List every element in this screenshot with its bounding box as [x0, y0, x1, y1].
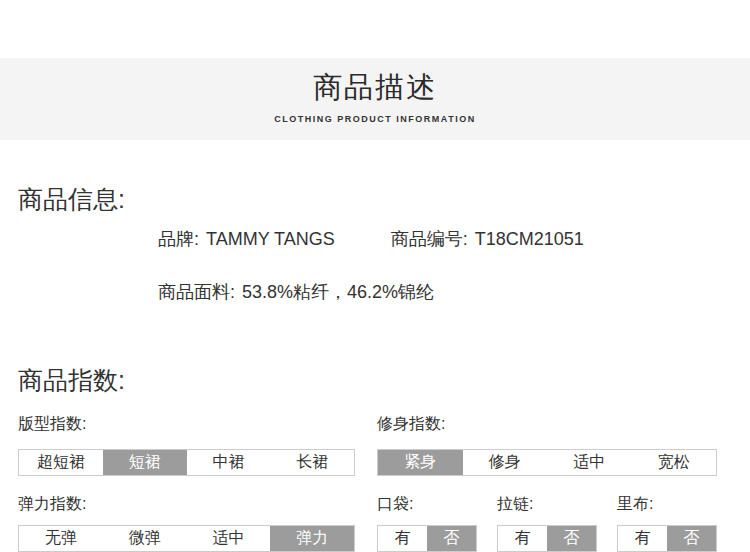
- option-bar-skirt-length: 超短裙 短裙 中裙 长裙: [18, 449, 355, 476]
- option-cell[interactable]: 中裙: [187, 450, 271, 475]
- page-subtitle: CLOTHING PRODUCT INFORMATION: [0, 114, 750, 124]
- option-cell[interactable]: 适中: [187, 526, 271, 551]
- label-lining: 里布:: [617, 495, 717, 513]
- option-cell[interactable]: 适中: [547, 450, 632, 475]
- option-cell[interactable]: 否: [427, 526, 476, 551]
- feature-toggles-row: 口袋: 有 否 拉链: 有 否 里布: 有 否: [377, 495, 717, 552]
- brand-sku-row: 品牌:TAMMY TANGS 商品编号:T18CM21051: [158, 228, 750, 250]
- option-cell[interactable]: 短裙: [103, 450, 187, 475]
- index-grid: 版型指数: 超短裙 短裙 中裙 长裙 弹力指数: 无弹 微弹 适中 弹力 修身指…: [18, 415, 750, 552]
- page-title: 商品描述: [0, 71, 750, 103]
- option-bar-lining: 有 否: [617, 525, 717, 552]
- section-heading-product-info: 商品信息:: [18, 185, 750, 213]
- option-cell[interactable]: 有: [618, 526, 667, 551]
- fabric-label: 商品面料:: [158, 282, 235, 302]
- option-cell[interactable]: 修身: [463, 450, 548, 475]
- fabric-value: 53.8%粘纤，46.2%锦纶: [242, 282, 434, 302]
- option-bar-pocket: 有 否: [377, 525, 477, 552]
- option-cell[interactable]: 紧身: [378, 450, 463, 475]
- sku-label: 商品编号:: [391, 229, 468, 249]
- option-cell[interactable]: 微弹: [103, 526, 187, 551]
- option-cell[interactable]: 弹力: [270, 526, 354, 551]
- option-cell[interactable]: 有: [378, 526, 427, 551]
- label-skirt-length: 版型指数:: [18, 415, 355, 433]
- option-cell[interactable]: 宽松: [632, 450, 717, 475]
- header-band: 商品描述 CLOTHING PRODUCT INFORMATION: [0, 58, 750, 140]
- label-pocket: 口袋:: [377, 495, 477, 513]
- sku-pair: 商品编号:T18CM21051: [391, 228, 584, 250]
- sku-value: T18CM21051: [475, 229, 584, 249]
- fabric-row: 商品面料:53.8%粘纤，46.2%锦纶: [158, 281, 750, 303]
- brand-value: TAMMY TANGS: [206, 229, 335, 249]
- option-bar-fit: 紧身 修身 适中 宽松: [377, 449, 717, 476]
- brand-pair: 品牌:TAMMY TANGS: [158, 228, 335, 250]
- index-column-left: 版型指数: 超短裙 短裙 中裙 长裙 弹力指数: 无弹 微弹 适中 弹力: [18, 415, 355, 552]
- option-cell[interactable]: 否: [667, 526, 716, 551]
- option-cell[interactable]: 否: [547, 526, 596, 551]
- label-fit: 修身指数:: [377, 415, 717, 433]
- label-elasticity: 弹力指数:: [18, 495, 355, 513]
- brand-label: 品牌:: [158, 229, 199, 249]
- label-zipper: 拉链:: [497, 495, 597, 513]
- option-cell[interactable]: 有: [498, 526, 547, 551]
- option-cell[interactable]: 超短裙: [19, 450, 103, 475]
- fabric-pair: 商品面料:53.8%粘纤，46.2%锦纶: [158, 281, 434, 303]
- option-cell[interactable]: 长裙: [270, 450, 354, 475]
- feature-group-lining: 里布: 有 否: [617, 495, 717, 552]
- option-bar-elasticity: 无弹 微弹 适中 弹力: [18, 525, 355, 552]
- option-bar-zipper: 有 否: [497, 525, 597, 552]
- feature-group-pocket: 口袋: 有 否: [377, 495, 477, 552]
- section-heading-product-index: 商品指数:: [18, 366, 750, 394]
- index-column-right: 修身指数: 紧身 修身 适中 宽松 口袋: 有 否 拉链: 有 否: [377, 415, 717, 552]
- option-cell[interactable]: 无弹: [19, 526, 103, 551]
- feature-group-zipper: 拉链: 有 否: [497, 495, 597, 552]
